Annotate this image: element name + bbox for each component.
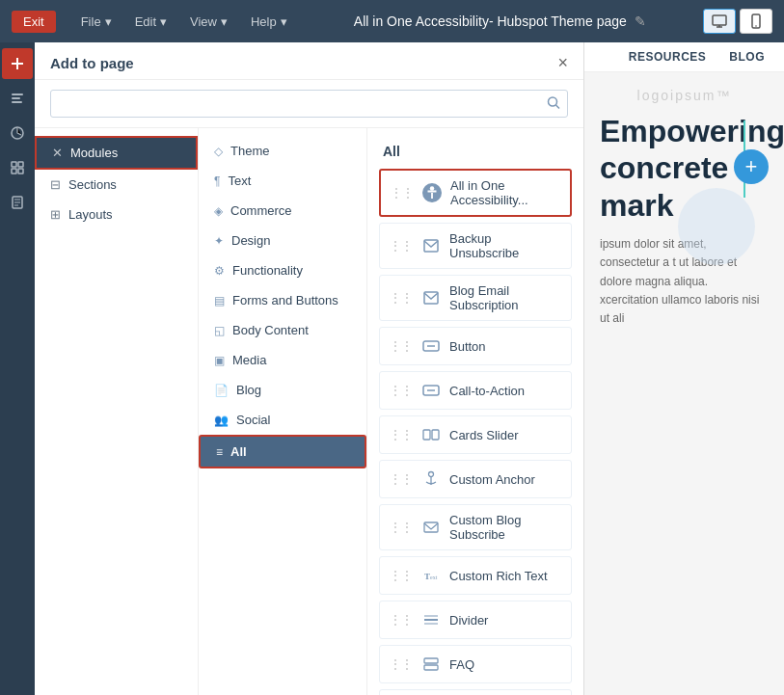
desktop-icon xyxy=(712,13,727,29)
panel-nav: ✕ Modules ⊟ Sections ⊞ Layouts xyxy=(35,128,199,695)
desktop-view-button[interactable] xyxy=(703,9,736,34)
cat-media[interactable]: ▣Media xyxy=(199,345,366,375)
svg-point-2 xyxy=(755,25,757,27)
svg-rect-9 xyxy=(12,162,16,167)
drag-handle-icon: ⋮⋮ xyxy=(390,569,413,582)
svg-rect-37 xyxy=(424,665,438,670)
svg-rect-26 xyxy=(423,430,430,440)
topbar-nav: File ▾ Edit ▾ View ▾ Help ▾ xyxy=(71,11,297,33)
style-button[interactable] xyxy=(2,118,33,148)
module-cards-slider[interactable]: ⋮⋮ Cards Slider xyxy=(379,415,572,454)
cat-social[interactable]: 👥Social xyxy=(199,405,366,435)
layout-button[interactable] xyxy=(2,152,33,183)
cat-forms[interactable]: ▤Forms and Buttons xyxy=(199,285,366,315)
module-faq[interactable]: ⋮⋮ FAQ xyxy=(379,645,572,683)
module-divider-icon xyxy=(420,609,442,630)
svg-rect-12 xyxy=(18,169,23,174)
drag-handle-icon: ⋮⋮ xyxy=(390,428,413,441)
blog-icon: 📄 xyxy=(214,384,229,397)
body-icon: ◱ xyxy=(214,324,225,337)
search-input[interactable] xyxy=(50,90,568,118)
cat-body[interactable]: ◱Body Content xyxy=(199,315,366,345)
module-button-icon xyxy=(420,335,442,357)
view-menu[interactable]: View ▾ xyxy=(180,11,237,33)
design-icon: ✦ xyxy=(214,234,224,248)
modules-x-icon: ✕ xyxy=(52,146,63,160)
module-cta[interactable]: ⋮⋮ Call-to-Action xyxy=(379,371,572,410)
layout-icon xyxy=(10,160,25,175)
main-layout: Add to page × ✕ Modules ⊟ Sections xyxy=(0,42,784,695)
file-menu[interactable]: File ▾ xyxy=(71,11,122,33)
all-icon: ≡ xyxy=(216,445,223,459)
module-featured-cards[interactable]: ⋮⋮ Featured Cards xyxy=(379,689,572,695)
module-name: FAQ xyxy=(449,657,474,672)
blog-nav-item[interactable]: BLOG xyxy=(729,50,765,64)
functionality-icon: ⚙ xyxy=(214,264,225,278)
mobile-view-button[interactable] xyxy=(740,9,772,34)
layouts-icon: ⊞ xyxy=(50,207,61,222)
module-blog-subscribe-icon xyxy=(420,517,442,538)
module-divider[interactable]: ⋮⋮ Divider xyxy=(379,601,572,639)
module-name: Button xyxy=(449,339,486,354)
drag-handle-icon: ⋮⋮ xyxy=(390,613,413,627)
drag-handle-icon: ⋮⋮ xyxy=(390,384,413,397)
sidebar-icons xyxy=(0,42,35,695)
svg-rect-10 xyxy=(18,162,23,167)
exit-button[interactable]: Exit xyxy=(12,11,56,33)
logo-placeholder: logoipsum™ xyxy=(600,88,769,103)
help-chevron-icon: ▾ xyxy=(281,14,287,29)
theme-icon: ◇ xyxy=(214,145,223,158)
module-button[interactable]: ⋮⋮ Button xyxy=(379,327,572,365)
pages-button[interactable] xyxy=(2,187,33,218)
svg-point-28 xyxy=(429,472,434,477)
content-add-button[interactable]: + xyxy=(734,149,769,184)
navigator-button[interactable] xyxy=(2,83,33,114)
mobile-icon xyxy=(748,13,764,29)
module-name: All in One Accessibility... xyxy=(450,178,560,207)
module-custom-blog-subscribe[interactable]: ⋮⋮ Custom Blog Subscribe xyxy=(379,504,572,550)
text-icon: ¶ xyxy=(214,174,220,188)
file-chevron-icon: ▾ xyxy=(105,14,112,29)
drag-handle-icon: ⋮⋮ xyxy=(390,239,413,253)
panel-modules: All ⋮⋮ All in One Accessibility... ⋮⋮ xyxy=(367,128,583,695)
drag-handle-icon: ⋮⋮ xyxy=(390,521,413,534)
module-name: Divider xyxy=(449,613,488,628)
resources-nav-item[interactable]: RESOURCES xyxy=(629,50,707,64)
svg-point-19 xyxy=(430,186,435,191)
module-faq-icon xyxy=(420,654,442,675)
sections-icon: ⊟ xyxy=(50,177,61,192)
svg-text:ext: ext xyxy=(430,575,438,580)
svg-rect-7 xyxy=(12,101,22,103)
svg-point-17 xyxy=(549,97,557,106)
svg-rect-30 xyxy=(424,522,438,532)
cat-commerce[interactable]: ◈Commerce xyxy=(199,196,366,226)
layouts-nav-item[interactable]: ⊞ Layouts xyxy=(35,200,198,229)
drag-handle-icon: ⋮⋮ xyxy=(390,472,413,486)
module-backup-unsubscribe[interactable]: ⋮⋮ Backup Unsubscribe xyxy=(379,223,572,269)
search-bar xyxy=(35,80,583,128)
cat-functionality[interactable]: ⚙Functionality xyxy=(199,255,366,285)
cat-theme[interactable]: ◇Theme xyxy=(199,136,366,166)
panel-title: Add to page xyxy=(50,55,134,71)
svg-rect-27 xyxy=(432,430,439,440)
navigator-icon xyxy=(10,91,25,106)
help-menu[interactable]: Help ▾ xyxy=(241,11,297,33)
cat-blog[interactable]: 📄Blog xyxy=(199,375,366,405)
module-blog-email[interactable]: ⋮⋮ Blog Email Subscription xyxy=(379,275,572,321)
edit-menu[interactable]: Edit ▾ xyxy=(125,11,176,33)
cat-all[interactable]: ≡ All xyxy=(199,435,366,468)
modules-nav-item[interactable]: ✕ Modules xyxy=(35,136,198,170)
svg-rect-36 xyxy=(424,658,438,663)
module-custom-anchor[interactable]: ⋮⋮ Custom Anchor xyxy=(379,460,572,498)
module-all-in-one[interactable]: ⋮⋮ All in One Accessibility... xyxy=(379,169,572,217)
sections-nav-item[interactable]: ⊟ Sections xyxy=(35,170,198,200)
svg-line-18 xyxy=(556,105,560,109)
module-custom-rich-text[interactable]: ⋮⋮ Text Custom Rich Text xyxy=(379,556,572,595)
edit-title-icon[interactable]: ✎ xyxy=(635,13,646,29)
cat-design[interactable]: ✦Design xyxy=(199,226,366,255)
add-module-button[interactable] xyxy=(2,48,33,79)
forms-icon: ▤ xyxy=(214,294,225,307)
panel-close-button[interactable]: × xyxy=(557,54,568,71)
svg-rect-6 xyxy=(12,97,20,99)
cat-text[interactable]: ¶Text xyxy=(199,166,366,196)
